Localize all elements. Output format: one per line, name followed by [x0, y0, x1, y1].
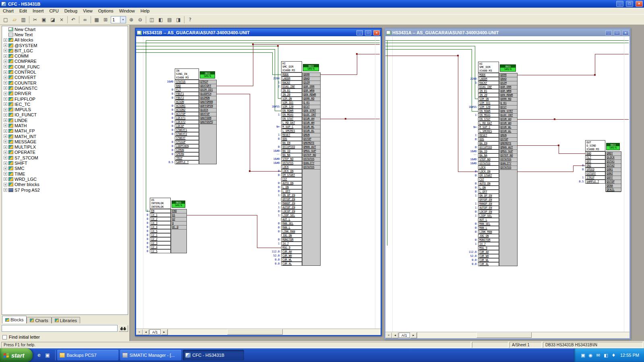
- expand-icon[interactable]: +: [4, 43, 7, 47]
- input-pin-speed[interactable]: SPEED: [585, 168, 605, 172]
- expand-icon[interactable]: +: [4, 183, 7, 186]
- copy-button[interactable]: ▣: [39, 16, 48, 24]
- function-block-hi[interactable]: HISMC_DIRX3400 M3OB335#0/6QERRQBADQSIMQG…: [466, 62, 518, 266]
- tree-item-new-chart[interactable]: New Chart: [2, 27, 128, 32]
- input-pin-step-no[interactable]: STEP_NO: [478, 157, 499, 161]
- input-pin-lock-on[interactable]: LOCK_ON: [281, 169, 302, 173]
- output-pin-qlock[interactable]: QLOCK: [606, 156, 621, 160]
- output-pin-qstop[interactable]: QSTOP: [606, 180, 621, 184]
- input-pin-sample-t[interactable]: SAMPLE_T: [175, 160, 199, 164]
- input-pin-locsp[interactable]: LOCSP: [175, 124, 199, 128]
- child-title-bar[interactable]: HS3431B -- AS_GUACARA\ASU\07-3400\3400-U…: [136, 29, 381, 36]
- input-pin-cur-wh[interactable]: CUR_WH: [281, 254, 302, 258]
- input-pin-l-on[interactable]: L_ON: [281, 185, 302, 189]
- input-pin-l-rd-dat[interactable]: L_RD_DAT: [478, 121, 499, 125]
- output-pin-qstep-no[interactable]: QSTEP_NO: [302, 153, 320, 157]
- input-pin-itrip[interactable]: ITRIP: [585, 176, 605, 180]
- input-pin-manop-en[interactable]: MANOP_EN: [281, 201, 302, 205]
- input-pin-diag-inf[interactable]: DIAG_INF: [281, 85, 302, 89]
- output-pin-qautospo[interactable]: QAUTOSPO: [199, 120, 216, 124]
- expand-icon[interactable]: +: [4, 76, 7, 79]
- function-block-out[interactable]: OUTO_SINOX3400 M3OB335#0/6QRDYQLOCKQSTA1…: [576, 140, 621, 192]
- input-pin-en-meas[interactable]: EN_MEAS: [478, 113, 499, 117]
- input-pin-simon[interactable]: SIMON: [175, 148, 199, 152]
- output-pin-qena[interactable]: QENA: [606, 184, 621, 188]
- expand-icon[interactable]: +: [4, 145, 7, 149]
- input-pin-i4-1[interactable]: I4_1: [150, 213, 171, 217]
- output-pin-qbad[interactable]: QBAD: [302, 77, 320, 81]
- input-pin-sim-on[interactable]: SIM_ON: [281, 97, 302, 101]
- print-button[interactable]: ▥: [19, 16, 28, 24]
- output-pin-qloc-int[interactable]: QLOC_INT: [302, 113, 320, 117]
- input-pin-bad[interactable]: BAD: [585, 151, 605, 155]
- input-pin-cur-ah[interactable]: CUR_AH: [281, 250, 302, 254]
- tree-item-counter[interactable]: +COUNTER: [2, 80, 128, 85]
- input-pin-offop-en[interactable]: OFFOP_EN: [281, 197, 302, 201]
- input-pin-on-op-en[interactable]: ON_OP_EN: [281, 193, 302, 197]
- input-pin-i2-2[interactable]: I2_2: [150, 237, 171, 241]
- delete-button[interactable]: ×: [57, 16, 66, 24]
- output-pin-qcur-wl[interactable]: QCUR_WL: [499, 126, 517, 130]
- output-pin-qon2[interactable]: QON2: [606, 172, 621, 176]
- input-pin-in-01[interactable]: IN_01: [281, 89, 302, 93]
- input-pin-spern[interactable]: SPERN: [175, 152, 199, 156]
- menu-edit[interactable]: Edit: [17, 8, 30, 14]
- child-restore-button[interactable]: □: [614, 30, 620, 35]
- input-pin-manop-en[interactable]: MANOP_EN: [478, 202, 499, 206]
- input-pin-monitor[interactable]: MONITOR: [478, 238, 499, 242]
- input-pin-i4-2[interactable]: I4_2: [150, 217, 171, 221]
- zoom-out-button[interactable]: ⊖: [136, 16, 145, 24]
- menu-options[interactable]: Options: [95, 8, 116, 14]
- input-pin-msg-9[interactable]: MSG_9: [281, 246, 302, 250]
- input-pin-laddr[interactable]: LADDR: [281, 77, 302, 81]
- expand-icon[interactable]: +: [4, 167, 7, 170]
- output-pin-qfail[interactable]: QFAIL: [606, 188, 621, 192]
- input-pin-ba-na[interactable]: BA_NA: [478, 153, 499, 157]
- start-button[interactable]: start: [0, 348, 33, 362]
- output-pin-qgr-err[interactable]: QGR_ERR: [499, 85, 517, 89]
- tree-item-time[interactable]: +TIME: [2, 171, 128, 176]
- tree-item-math[interactable]: +MATH: [2, 123, 128, 128]
- input-pin-locop-en[interactable]: LOCOP_EN: [478, 210, 499, 214]
- input-pin-stwext2[interactable]: STWEXT2: [175, 132, 199, 136]
- output-pin-qen-strt[interactable]: QEN_STRT: [499, 110, 517, 114]
- output-pin-qman-aut[interactable]: QMAN_AUT: [499, 146, 517, 150]
- cut-button[interactable]: ✂: [31, 16, 39, 24]
- tree-item-math-int[interactable]: +MATH_INT: [2, 134, 128, 139]
- input-pin-sample-t[interactable]: SAMPLE_T: [585, 180, 605, 184]
- input-pin-reset[interactable]: RESET: [281, 133, 302, 137]
- tab-blocks[interactable]: Blocks: [2, 316, 27, 323]
- input-pin-cur-wl[interactable]: CUR_WL: [478, 258, 499, 262]
- expand-icon[interactable]: +: [4, 38, 7, 42]
- tree-item-compare[interactable]: +COMPARE: [2, 59, 128, 64]
- input-pin-acson1[interactable]: ACSON1: [175, 104, 199, 108]
- input-pin-stwext[interactable]: STWEXT: [175, 136, 199, 140]
- output-pin-qloopch[interactable]: QLOOPCH: [199, 92, 216, 96]
- menu-view[interactable]: View: [80, 8, 95, 14]
- undo-button[interactable]: ↶: [69, 16, 78, 24]
- child-title-bar[interactable]: HS3431A -- AS_GUACARA\ASU\07-3400\3400-U…: [385, 29, 630, 36]
- output-pin-qcur-ah[interactable]: QCUR_AH: [499, 118, 517, 122]
- input-pin-fbst1[interactable]: FBST1: [175, 92, 199, 96]
- taskbar-clock[interactable]: 12:55 PM: [620, 353, 639, 358]
- child-restore-button[interactable]: □: [365, 30, 371, 35]
- output-pin-qtrip[interactable]: QTRIP: [199, 80, 216, 84]
- input-pin-flt[interactable]: FLT: [585, 155, 605, 159]
- menu-help[interactable]: Help: [138, 8, 153, 14]
- menu-chart[interactable]: Chart: [0, 8, 17, 14]
- output-pin-qc-q[interactable]: QC_Q: [171, 225, 186, 230]
- input-pin-acson[interactable]: ACSON: [175, 100, 199, 104]
- output-pin-qgr-wrn[interactable]: QGR_WRN: [499, 89, 517, 93]
- input-pin-ba-en[interactable]: BA_EN: [281, 141, 302, 145]
- child-minimize-button[interactable]: _: [356, 30, 363, 35]
- output-pin-qcst[interactable]: QCST: [499, 105, 517, 110]
- taskbar-button-simatic-manager[interactable]: SIMATIC Manager - [...: [120, 350, 181, 360]
- expand-icon[interactable]: +: [4, 108, 7, 112]
- tree-item-multiplx[interactable]: +MULTIPLX: [2, 145, 128, 150]
- expand-icon[interactable]: +: [4, 92, 7, 95]
- function-block-hi[interactable]: HISMC_DIRX3400 M3OB335#0/6QERRQBADQSIMQG…: [269, 61, 321, 266]
- output-pin-qerr[interactable]: QERR: [499, 73, 517, 77]
- chart-window-hs3431b[interactable]: HS3431B -- AS_GUACARA\ASU\07-3400\3400-U…: [135, 28, 382, 336]
- input-pin-ustatus[interactable]: USTATUS: [281, 161, 302, 165]
- input-pin-m-sup-c[interactable]: M_SUP_C: [281, 125, 302, 129]
